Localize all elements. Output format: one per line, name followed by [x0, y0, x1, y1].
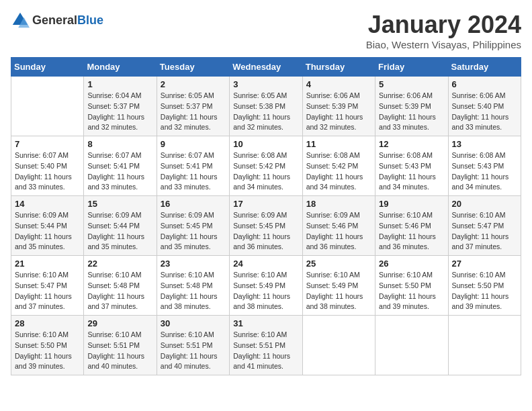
day-number: 5 — [379, 79, 444, 89]
day-info: Sunrise: 6:09 AMSunset: 5:45 PMDaylight:… — [161, 210, 226, 253]
weekday-row: SundayMondayTuesdayWednesdayThursdayFrid… — [11, 58, 521, 77]
day-number: 14 — [15, 199, 80, 209]
calendar-cell — [302, 316, 375, 375]
day-number: 3 — [233, 79, 298, 89]
weekday-header-friday: Friday — [375, 58, 448, 77]
day-number: 25 — [306, 259, 371, 269]
day-number: 16 — [161, 199, 226, 209]
day-info: Sunrise: 6:08 AMSunset: 5:42 PMDaylight:… — [233, 150, 298, 193]
day-info: Sunrise: 6:07 AMSunset: 5:40 PMDaylight:… — [15, 150, 80, 193]
day-info: Sunrise: 6:09 AMSunset: 5:45 PMDaylight:… — [233, 210, 298, 253]
day-number: 29 — [87, 318, 152, 328]
day-number: 2 — [161, 79, 226, 89]
day-number: 19 — [379, 199, 444, 209]
day-info: Sunrise: 6:10 AMSunset: 5:50 PMDaylight:… — [452, 270, 517, 312]
day-info: Sunrise: 6:08 AMSunset: 5:43 PMDaylight:… — [452, 150, 517, 193]
day-number: 15 — [87, 199, 152, 209]
calendar-cell: 6Sunrise: 6:06 AMSunset: 5:40 PMDaylight… — [448, 77, 521, 136]
day-number: 22 — [87, 259, 152, 269]
calendar-body: 1Sunrise: 6:04 AMSunset: 5:37 PMDaylight… — [11, 77, 521, 375]
day-number: 28 — [15, 318, 80, 328]
calendar-cell: 24Sunrise: 6:10 AMSunset: 5:49 PMDayligh… — [230, 256, 302, 316]
calendar-cell: 8Sunrise: 6:07 AMSunset: 5:41 PMDaylight… — [84, 136, 157, 196]
day-info: Sunrise: 6:09 AMSunset: 5:44 PMDaylight:… — [15, 210, 80, 253]
calendar-cell: 26Sunrise: 6:10 AMSunset: 5:50 PMDayligh… — [375, 256, 448, 316]
day-info: Sunrise: 6:04 AMSunset: 5:37 PMDaylight:… — [87, 91, 152, 133]
day-number: 17 — [233, 199, 298, 209]
calendar-cell: 27Sunrise: 6:10 AMSunset: 5:50 PMDayligh… — [448, 256, 521, 316]
day-info: Sunrise: 6:10 AMSunset: 5:48 PMDaylight:… — [161, 270, 226, 312]
calendar-cell: 16Sunrise: 6:09 AMSunset: 5:45 PMDayligh… — [157, 196, 229, 256]
day-info: Sunrise: 6:06 AMSunset: 5:39 PMDaylight:… — [306, 91, 371, 133]
day-info: Sunrise: 6:08 AMSunset: 5:42 PMDaylight:… — [306, 150, 371, 193]
title-area: January 2024 Biao, Western Visayas, Phil… — [366, 11, 521, 50]
day-info: Sunrise: 6:05 AMSunset: 5:38 PMDaylight:… — [233, 91, 298, 133]
header: GeneralBlue January 2024 Biao, Western V… — [11, 11, 521, 50]
calendar-cell: 11Sunrise: 6:08 AMSunset: 5:42 PMDayligh… — [302, 136, 375, 196]
calendar-cell: 5Sunrise: 6:06 AMSunset: 5:39 PMDaylight… — [375, 77, 448, 136]
calendar-cell: 31Sunrise: 6:10 AMSunset: 5:51 PMDayligh… — [230, 316, 302, 375]
calendar-cell: 9Sunrise: 6:07 AMSunset: 5:41 PMDaylight… — [157, 136, 229, 196]
weekday-header-wednesday: Wednesday — [230, 58, 302, 77]
weekday-header-sunday: Sunday — [11, 58, 84, 77]
month-title: January 2024 — [366, 11, 521, 39]
calendar-week-3: 14Sunrise: 6:09 AMSunset: 5:44 PMDayligh… — [11, 196, 521, 256]
weekday-header-tuesday: Tuesday — [157, 58, 229, 77]
day-info: Sunrise: 6:10 AMSunset: 5:49 PMDaylight:… — [306, 270, 371, 312]
calendar-cell — [448, 316, 521, 375]
calendar-cell: 15Sunrise: 6:09 AMSunset: 5:44 PMDayligh… — [84, 196, 157, 256]
calendar-week-1: 1Sunrise: 6:04 AMSunset: 5:37 PMDaylight… — [11, 77, 521, 136]
weekday-header-monday: Monday — [84, 58, 157, 77]
calendar-cell: 29Sunrise: 6:10 AMSunset: 5:51 PMDayligh… — [84, 316, 157, 375]
calendar-cell: 14Sunrise: 6:09 AMSunset: 5:44 PMDayligh… — [11, 196, 84, 256]
calendar-week-5: 28Sunrise: 6:10 AMSunset: 5:50 PMDayligh… — [11, 316, 521, 375]
calendar-cell: 1Sunrise: 6:04 AMSunset: 5:37 PMDaylight… — [84, 77, 157, 136]
calendar-cell: 2Sunrise: 6:05 AMSunset: 5:37 PMDaylight… — [157, 77, 229, 136]
logo-icon — [11, 11, 30, 30]
logo-blue: Blue — [77, 13, 103, 27]
day-number: 13 — [452, 139, 517, 149]
calendar-table: SundayMondayTuesdayWednesdayThursdayFrid… — [11, 57, 521, 375]
day-info: Sunrise: 6:10 AMSunset: 5:51 PMDaylight:… — [233, 330, 298, 372]
calendar-cell: 25Sunrise: 6:10 AMSunset: 5:49 PMDayligh… — [302, 256, 375, 316]
day-info: Sunrise: 6:06 AMSunset: 5:40 PMDaylight:… — [452, 91, 517, 133]
weekday-header-thursday: Thursday — [302, 58, 375, 77]
day-number: 30 — [161, 318, 226, 328]
logo-text: GeneralBlue — [32, 13, 103, 28]
calendar-cell: 3Sunrise: 6:05 AMSunset: 5:38 PMDaylight… — [230, 77, 302, 136]
calendar-cell: 30Sunrise: 6:10 AMSunset: 5:51 PMDayligh… — [157, 316, 229, 375]
day-number: 10 — [233, 139, 298, 149]
day-number: 23 — [161, 259, 226, 269]
day-number: 26 — [379, 259, 444, 269]
day-info: Sunrise: 6:07 AMSunset: 5:41 PMDaylight:… — [87, 150, 152, 193]
calendar-cell: 7Sunrise: 6:07 AMSunset: 5:40 PMDaylight… — [11, 136, 84, 196]
logo-general: General — [32, 13, 77, 27]
day-number: 27 — [452, 259, 517, 269]
calendar-cell: 17Sunrise: 6:09 AMSunset: 5:45 PMDayligh… — [230, 196, 302, 256]
day-info: Sunrise: 6:10 AMSunset: 5:48 PMDaylight:… — [87, 270, 152, 312]
day-number: 18 — [306, 199, 371, 209]
calendar-cell — [11, 77, 84, 136]
calendar-cell: 4Sunrise: 6:06 AMSunset: 5:39 PMDaylight… — [302, 77, 375, 136]
day-info: Sunrise: 6:10 AMSunset: 5:47 PMDaylight:… — [15, 270, 80, 312]
day-number: 31 — [233, 318, 298, 328]
calendar-cell: 28Sunrise: 6:10 AMSunset: 5:50 PMDayligh… — [11, 316, 84, 375]
day-info: Sunrise: 6:10 AMSunset: 5:51 PMDaylight:… — [161, 330, 226, 372]
day-number: 9 — [161, 139, 226, 149]
calendar-cell: 10Sunrise: 6:08 AMSunset: 5:42 PMDayligh… — [230, 136, 302, 196]
day-info: Sunrise: 6:10 AMSunset: 5:50 PMDaylight:… — [15, 330, 80, 372]
day-number: 24 — [233, 259, 298, 269]
calendar-cell: 20Sunrise: 6:10 AMSunset: 5:47 PMDayligh… — [448, 196, 521, 256]
logo: GeneralBlue — [11, 11, 103, 30]
day-info: Sunrise: 6:10 AMSunset: 5:50 PMDaylight:… — [379, 270, 444, 312]
calendar-cell: 12Sunrise: 6:08 AMSunset: 5:43 PMDayligh… — [375, 136, 448, 196]
calendar-week-2: 7Sunrise: 6:07 AMSunset: 5:40 PMDaylight… — [11, 136, 521, 196]
day-info: Sunrise: 6:10 AMSunset: 5:47 PMDaylight:… — [452, 210, 517, 253]
location-title: Biao, Western Visayas, Philippines — [366, 39, 521, 50]
day-number: 8 — [87, 139, 152, 149]
day-info: Sunrise: 6:05 AMSunset: 5:37 PMDaylight:… — [161, 91, 226, 133]
day-number: 6 — [452, 79, 517, 89]
day-info: Sunrise: 6:07 AMSunset: 5:41 PMDaylight:… — [161, 150, 226, 193]
calendar-week-4: 21Sunrise: 6:10 AMSunset: 5:47 PMDayligh… — [11, 256, 521, 316]
day-number: 21 — [15, 259, 80, 269]
